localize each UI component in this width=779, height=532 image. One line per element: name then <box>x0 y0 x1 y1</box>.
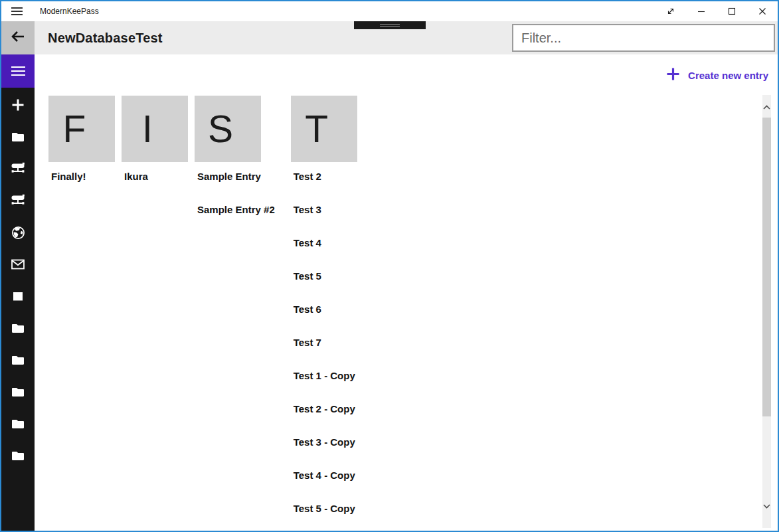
vertical-scrollbar[interactable] <box>762 95 771 528</box>
group-tile[interactable]: F <box>48 96 115 162</box>
page-title: NewDatabaseTest <box>48 21 163 54</box>
entry-item[interactable]: Test 5 <box>291 266 365 299</box>
close-button[interactable] <box>747 1 778 21</box>
entry-item[interactable]: Test 5 - Copy <box>291 498 365 531</box>
hamburger-icon <box>11 64 25 78</box>
minimize-button[interactable] <box>686 1 717 21</box>
folder-icon <box>10 416 26 432</box>
create-new-entry-label: Create new entry <box>688 70 768 81</box>
sidebar-item-new[interactable] <box>1 89 35 121</box>
entry-item[interactable]: Ikura <box>122 166 188 199</box>
sidebar-item-group-10[interactable] <box>1 408 35 440</box>
top-drag-handle[interactable] <box>354 21 426 29</box>
back-button[interactable] <box>1 21 35 54</box>
group-tile[interactable]: S <box>195 96 261 162</box>
plus-icon <box>666 67 680 84</box>
entries-grid: F Finally! I Ikura S Sample Entry Sample… <box>48 96 371 531</box>
group-letter: T <box>305 110 328 148</box>
entry-item[interactable]: Test 3 <box>291 199 365 232</box>
group-tile[interactable]: T <box>291 96 357 162</box>
sidebar-item-group-4[interactable] <box>1 217 35 248</box>
sidebar-item-group-8[interactable] <box>1 344 35 376</box>
minimize-icon <box>697 7 705 15</box>
group-tile[interactable]: I <box>122 96 188 162</box>
entry-item[interactable]: Test 2 - Copy <box>291 399 365 432</box>
sidebar-item-group-3[interactable] <box>1 185 35 217</box>
sidebar-item-group-1[interactable] <box>1 121 35 153</box>
folder-icon <box>10 352 26 368</box>
entry-item[interactable]: Sample Entry <box>195 166 284 199</box>
sidebar <box>1 54 35 531</box>
close-icon <box>758 7 766 15</box>
scroll-up-button[interactable] <box>762 100 771 112</box>
nav-hamburger-button[interactable] <box>1 54 35 88</box>
enter-fullscreen-icon <box>665 6 676 17</box>
entry-item[interactable]: Test 7 <box>291 332 365 365</box>
mail-icon <box>10 256 26 272</box>
app-title: ModernKeePass <box>40 7 99 16</box>
entry-group-s: S Sample Entry Sample Entry #2 <box>195 96 284 232</box>
maximize-icon <box>728 7 736 15</box>
plus-icon <box>10 97 26 113</box>
entry-group-t: T Test 2 Test 3 Test 4 Test 5 Test 6 Tes… <box>291 96 365 531</box>
sidebar-item-group-5[interactable] <box>1 248 35 280</box>
titlebar-hamburger-button[interactable] <box>1 1 32 21</box>
folder-icon <box>10 448 26 464</box>
folder-icon <box>10 129 26 145</box>
network-drive-icon <box>10 161 26 177</box>
square-icon <box>10 288 26 304</box>
sidebar-item-group-9[interactable] <box>1 376 35 408</box>
network-drive-icon <box>10 193 26 209</box>
entry-group-i: I Ikura <box>122 96 188 199</box>
sidebar-nav-items <box>1 88 35 472</box>
entry-item[interactable]: Sample Entry #2 <box>195 199 284 232</box>
folder-icon <box>10 384 26 400</box>
scrollbar-thumb[interactable] <box>762 118 771 416</box>
sidebar-item-group-6[interactable] <box>1 280 35 312</box>
entry-item[interactable]: Test 6 <box>291 299 365 332</box>
hamburger-icon <box>11 5 23 18</box>
entry-item[interactable]: Test 2 <box>291 166 365 199</box>
group-letter: I <box>142 110 153 148</box>
maximize-button[interactable] <box>717 1 747 21</box>
entry-item[interactable]: Finally! <box>48 166 115 199</box>
folder-icon <box>10 320 26 336</box>
entry-item[interactable]: Test 4 - Copy <box>291 465 365 498</box>
app-window: ModernKeePass <box>0 0 779 532</box>
filter-input[interactable] <box>512 24 775 52</box>
chevron-up-icon <box>763 100 770 112</box>
scroll-down-button[interactable] <box>762 499 771 511</box>
titlebar: ModernKeePass <box>1 1 778 21</box>
fullscreen-button[interactable] <box>655 1 686 21</box>
entry-item[interactable]: Test 1 - Copy <box>291 365 365 399</box>
entry-item[interactable]: Test 4 <box>291 232 365 266</box>
create-new-entry-button[interactable]: Create new entry <box>666 64 768 86</box>
entry-item[interactable]: Test 3 - Copy <box>291 432 365 465</box>
entry-group-f: F Finally! <box>48 96 115 199</box>
sidebar-item-group-2[interactable] <box>1 153 35 185</box>
group-letter: F <box>63 110 86 148</box>
group-letter: S <box>208 110 233 148</box>
sidebar-item-group-11[interactable] <box>1 440 35 472</box>
sidebar-item-group-7[interactable] <box>1 312 35 344</box>
chevron-down-icon <box>763 499 770 511</box>
page-header: NewDatabaseTest <box>1 21 778 54</box>
back-arrow-icon <box>10 30 26 46</box>
globe-icon <box>11 225 26 240</box>
